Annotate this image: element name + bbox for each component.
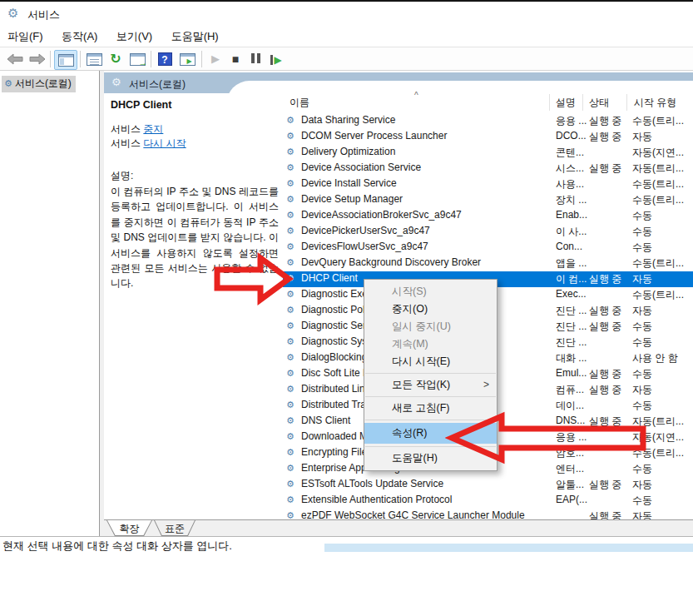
properties-button[interactable] — [84, 50, 104, 68]
cell-startup-type: 자동(트리... — [632, 415, 693, 429]
service-gear-icon: ⚙ — [286, 447, 295, 458]
service-gear-icon: ⚙ — [286, 352, 295, 363]
context-menu: 시작(S)중지(O)일시 중지(U)계속(M)다시 시작(E)모든 작업(K)>… — [364, 279, 497, 471]
cell-startup-type: 수동 — [632, 494, 693, 508]
menu-separator — [365, 420, 496, 420]
pane-header-label: 서비스(로컬) — [129, 77, 186, 92]
start-service-button[interactable]: ▶ — [206, 50, 225, 68]
cell-description: 시스... — [556, 161, 589, 176]
column-header-desc[interactable]: 설명 — [556, 96, 576, 110]
service-gear-icon: ⚙ — [286, 494, 295, 505]
tab-extended[interactable]: 확장 — [106, 520, 152, 536]
cell-description: 진단 ... — [556, 320, 589, 334]
cell-startup-type: 자동(트리... — [632, 161, 693, 176]
table-row[interactable]: ⚙ Device Setup Manager 장치 ... 수동(트리... — [283, 192, 693, 208]
menu-file[interactable]: 파일(F) — [0, 26, 51, 47]
back-button[interactable] — [5, 50, 25, 68]
table-row[interactable]: ⚙ DevicesFlowUserSvc_a9c47 Con... 수동 — [283, 240, 693, 256]
menu-help[interactable]: 도움말(H) — [164, 26, 226, 47]
cell-startup-type: 자동 — [632, 130, 693, 144]
cell-name: DeviceAssociationBrokerSvc_a9c47 — [301, 209, 551, 221]
column-header-status[interactable]: 상태 — [589, 96, 609, 110]
cell-startup-type: 수동(트리... — [632, 177, 693, 191]
menu-item-시작: 시작(S) — [364, 283, 497, 301]
taskbar-strip — [324, 544, 693, 552]
menu-item-도움말[interactable]: 도움말(H) — [364, 450, 497, 467]
back-arrow-icon — [7, 53, 23, 65]
menu-item-다시 시작[interactable]: 다시 시작(E) — [364, 353, 497, 370]
column-header-name[interactable]: 이름 — [290, 96, 309, 110]
service-gear-icon: ⚙ — [286, 115, 295, 126]
menu-view[interactable]: 보기(V) — [109, 26, 160, 47]
title-bar: ⚙ 서비스 — [0, 2, 693, 26]
cell-startup-type: 수동 — [632, 335, 693, 350]
restart-service-line: 서비스 다시 시작 — [111, 137, 278, 151]
table-row[interactable]: ⚙ Data Sharing Service 응용 ... 실행 중 수동(트리… — [283, 113, 693, 129]
services-window: ⚙ 서비스 파일(F) 동작(A) 보기(V) 도움말(H) ↻ → — [0, 0, 693, 616]
column-divider[interactable] — [582, 94, 583, 111]
service-gear-icon: ⚙ — [286, 162, 295, 173]
refresh-button[interactable]: ↻ — [106, 50, 126, 68]
export-list-button[interactable]: → — [126, 50, 148, 68]
cell-startup-type: 수동 — [632, 462, 693, 476]
menu-item-새로 고침[interactable]: 새로 고침(F) — [364, 400, 497, 417]
description-label: 설명: — [111, 169, 278, 183]
restart-service-link[interactable]: 다시 시작 — [143, 137, 186, 149]
menu-separator — [365, 446, 496, 447]
pause-icon — [250, 52, 261, 67]
restart-service-button[interactable]: ▶ — [266, 50, 286, 68]
forward-arrow-icon — [29, 53, 46, 65]
tree-item-services-local[interactable]: ⚙서비스(로컬) — [2, 76, 76, 92]
service-gear-icon: ⚙ — [286, 226, 295, 236]
table-row[interactable]: ⚙ Device Association Service 시스... 실행 중 … — [283, 161, 693, 176]
tab-standard-label: 표준 — [154, 522, 196, 536]
menu-item-모든 작업[interactable]: 모든 작업(K)> — [364, 376, 497, 394]
menu-separator — [365, 373, 496, 374]
table-row[interactable]: ⚙ DeviceAssociationBrokerSvc_a9c47 Enab.… — [283, 208, 693, 224]
table-row[interactable]: ⚙ DCOM Server Process Launcher DCO... 실행… — [283, 129, 693, 145]
forward-button[interactable] — [27, 50, 47, 68]
table-row[interactable]: ⚙ ESTsoft ALTools Update Service 알툴... 실… — [283, 477, 693, 493]
column-header-startup[interactable]: 시작 유형 — [634, 96, 676, 110]
tab-standard[interactable]: 표준 — [154, 520, 196, 536]
cell-startup-type: 사용 안 함 — [632, 351, 693, 365]
menu-action[interactable]: 동작(A) — [54, 26, 105, 47]
cell-description: Enab... — [556, 209, 589, 221]
table-row[interactable]: ⚙ DevQuery Background Discovery Broker 앱… — [283, 256, 693, 271]
table-row[interactable]: ⚙ DevicePickerUserSvc_a9c47 이 사... 수동 — [283, 224, 693, 240]
extended-view-icon: ▶ — [180, 53, 196, 66]
cell-description: 데이... — [556, 399, 589, 413]
help-button[interactable]: ? — [155, 50, 175, 68]
tree-item-label: 서비스(로컬) — [15, 77, 72, 89]
cell-startup-type: 수동(트리... — [632, 288, 693, 302]
column-divider[interactable] — [549, 94, 550, 111]
service-gear-icon: ⚙ — [286, 400, 295, 410]
menu-item-중지[interactable]: 중지(O) — [364, 301, 497, 318]
cell-description: 이 컴... — [556, 272, 589, 286]
cell-status: 실행 중 — [589, 114, 627, 128]
table-row[interactable]: ⚙ Delivery Optimization 콘텐... 자동(지연... — [283, 145, 693, 161]
service-gear-icon: ⚙ — [286, 273, 295, 284]
cell-description: DCO... — [556, 130, 589, 142]
service-gear-icon: ⚙ — [286, 415, 295, 426]
window-title: 서비스 — [27, 7, 60, 22]
cell-status: 실행 중 — [589, 383, 627, 397]
service-gear-icon: ⚙ — [286, 305, 295, 315]
service-gear-icon: ⚙ — [286, 479, 295, 489]
pause-service-button[interactable] — [246, 50, 265, 68]
menu-separator — [365, 396, 496, 397]
menu-item-속성[interactable]: 속성(R) — [364, 423, 497, 444]
stop-service-link[interactable]: 중지 — [143, 123, 163, 135]
show-console-tree-button[interactable] — [54, 50, 77, 70]
menu-item-일시 중지: 일시 중지(U) — [364, 318, 497, 335]
cell-startup-type: 수동 — [632, 320, 693, 334]
stop-service-button[interactable]: ■ — [226, 50, 245, 68]
extended-view-button[interactable]: ▶ — [176, 50, 198, 68]
services-gear-icon: ⚙ — [7, 6, 18, 21]
table-row[interactable]: ⚙ Extensible Authentication Protocol EAP… — [283, 493, 693, 509]
column-divider[interactable] — [626, 94, 627, 111]
table-row[interactable]: ⚙ Device Install Service 사용... 수동(트리... — [283, 176, 693, 192]
help-icon: ? — [158, 52, 172, 66]
cell-startup-type: 수동 — [632, 367, 693, 381]
list-header: ^ 이름 설명 상태 시작 유형 — [283, 93, 693, 113]
